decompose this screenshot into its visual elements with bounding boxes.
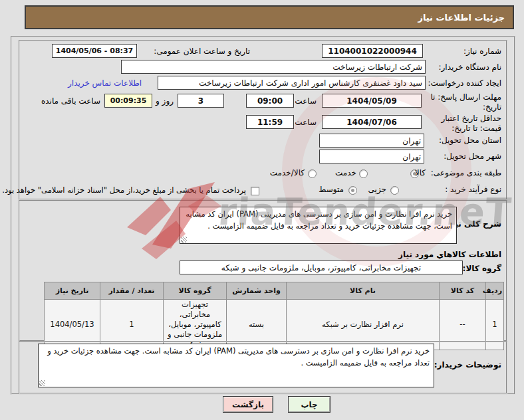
city-field[interactable]: تهران xyxy=(319,150,424,163)
general-desc-text: خرید نرم افرا نظارت و امن سازی بر دسترسی… xyxy=(186,209,452,231)
radio-goods-service[interactable] xyxy=(308,169,317,178)
col-row-number: ردیف xyxy=(486,282,504,300)
treasury-checkbox[interactable] xyxy=(251,187,259,195)
resize-handle-icon[interactable] xyxy=(39,380,45,386)
announce-field[interactable]: 1404/05/06 - 08:37 xyxy=(52,44,137,58)
reply-time-field[interactable]: 09:00 xyxy=(246,94,294,108)
price-validity-label: حداقل تاریخ اعتبار قیمت: تا تاریخ: xyxy=(423,114,501,134)
reply-days-label: روز و xyxy=(156,96,174,106)
process-type-label: نوع فرآیند خرید : xyxy=(445,185,501,195)
page-title: جزئیات اطلاعات نیاز xyxy=(25,5,514,29)
province-label: استان محل تحویل: xyxy=(439,136,501,146)
col-item-code: کد کالا xyxy=(440,282,486,300)
buyer-notes-textarea[interactable]: خرید نرم افرا نظارت و امن سازی بر دسترسی… xyxy=(38,344,434,387)
col-group: گروه کالا xyxy=(164,282,227,300)
radio-minor-label: جزیی xyxy=(368,185,386,195)
buyer-notes-text: خرید نرم افرا نظارت و امن سازی بر دسترسی… xyxy=(47,346,430,368)
reply-hour-label: ساعت xyxy=(295,96,317,106)
reply-deadline-label: مهلت ارسال پاسخ: تا تاریخ: xyxy=(423,92,501,112)
radio-service[interactable] xyxy=(359,169,368,178)
radio-service-label: خدمت xyxy=(335,168,356,178)
reply-date-field[interactable]: 1404/05/09 xyxy=(322,94,422,108)
price-hour-label: ساعت xyxy=(295,118,317,128)
need-details-page: جزئیات اطلاعات نیاز شماره نیاز: 11040010… xyxy=(0,0,524,420)
goods-group-label: گروه کالا: xyxy=(463,264,501,274)
requester-label: ایجاد کننده درخواست: xyxy=(428,78,501,88)
goods-table: ردیف کد کالا نام کالا واحد شمارش گروه کا… xyxy=(44,282,504,350)
price-time-field[interactable]: 11:59 xyxy=(246,115,294,129)
col-quantity: تعداد / مقدار xyxy=(100,282,164,300)
remaining-time-label: ساعت باقی مانده xyxy=(41,96,100,106)
classification-label: طبقه بندی موضوعی: xyxy=(431,168,501,178)
radio-minor[interactable] xyxy=(390,186,399,195)
back-button[interactable]: بازگشت xyxy=(223,396,273,413)
reply-days-field[interactable]: 3 xyxy=(178,94,224,108)
general-desc-textarea[interactable]: خرید نرم افرا نظارت و امن سازی بر دسترسی… xyxy=(180,207,457,244)
remaining-time-field[interactable]: 00:09:35 xyxy=(104,94,152,108)
col-unit: واحد شمارش xyxy=(227,282,287,300)
need-number-field[interactable]: 1104001022000944 xyxy=(322,44,423,58)
goods-section-heading: اطلاعات کالاهاي مورد نیاز xyxy=(398,250,501,260)
announce-label: تاریخ و ساعت اعلان عمومی: xyxy=(154,47,250,56)
col-item-name: نام کالا xyxy=(287,282,440,300)
buyer-org-label: نام دستگاه خریدار: xyxy=(439,62,502,72)
radio-medium-label: متوسط xyxy=(319,185,344,195)
print-button[interactable]: چاپ xyxy=(288,396,330,413)
province-field[interactable]: تهران xyxy=(319,134,424,148)
radio-goods-service-label: کالا/خدمت xyxy=(270,168,305,178)
requester-field[interactable]: سید داود غضنفری کارشناس امور اداری شرکت … xyxy=(158,76,426,90)
goods-table-header-row: ردیف کد کالا نام کالا واحد شمارش گروه کا… xyxy=(45,282,504,300)
radio-medium[interactable] xyxy=(348,186,357,195)
buyer-contact-link[interactable]: اطلاعات تماس خریدار xyxy=(68,78,154,88)
need-number-label: شماره نیاز: xyxy=(463,47,501,56)
city-label: شهر محل تحویل: xyxy=(444,152,501,161)
price-date-field[interactable]: 1404/07/06 xyxy=(322,115,422,129)
page-title-text: جزئیات اطلاعات نیاز xyxy=(418,13,505,23)
treasury-checkbox-label: پرداخت تمام یا بخشی از مبلغ خرید،از محل … xyxy=(33,185,246,195)
col-need-date: تاریخ نیاز xyxy=(45,282,100,300)
radio-goods-label: کالا xyxy=(415,168,426,178)
goods-group-field[interactable]: تجهیزات مخابراتی، کامپیوتر، موبایل، ملزو… xyxy=(180,261,463,274)
resize-handle-icon[interactable] xyxy=(181,237,187,243)
buyer-org-field[interactable]: شرکت ارتباطات زیرساخت xyxy=(121,60,426,74)
buyer-notes-label: توضیحات خریدار: xyxy=(434,360,501,370)
